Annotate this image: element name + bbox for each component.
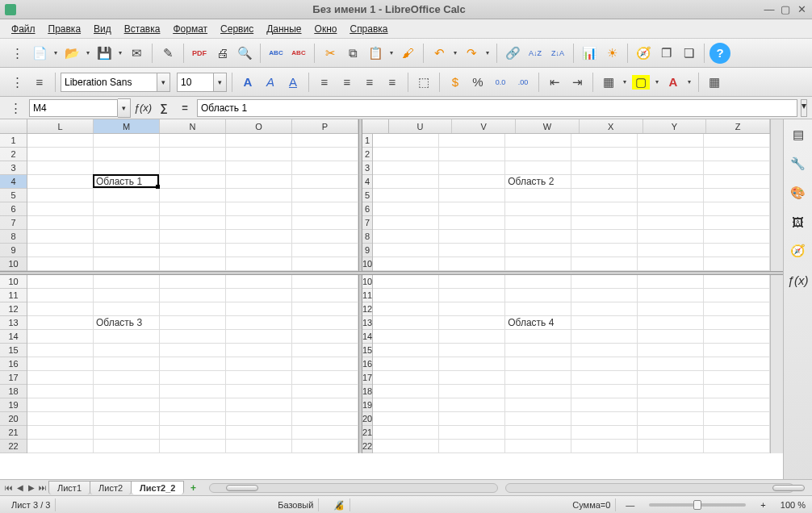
cell[interactable]	[27, 148, 94, 161]
cell[interactable]	[571, 189, 638, 202]
cell[interactable]	[505, 302, 571, 316]
cell[interactable]	[27, 316, 94, 330]
row-header[interactable]: 2	[0, 148, 27, 161]
cell[interactable]	[292, 330, 358, 344]
open-button[interactable]: 📂	[61, 43, 82, 64]
cell[interactable]	[704, 302, 770, 316]
cell[interactable]	[505, 189, 571, 202]
menu-формат[interactable]: Формат	[166, 21, 214, 37]
cell[interactable]	[226, 412, 292, 426]
row-header[interactable]: 9	[362, 244, 372, 257]
cell[interactable]	[571, 275, 638, 289]
cell[interactable]	[94, 302, 160, 316]
row-header[interactable]: 8	[0, 230, 27, 244]
cell[interactable]	[571, 216, 638, 230]
cell[interactable]	[226, 344, 292, 357]
cell[interactable]	[638, 216, 704, 230]
row-header[interactable]: 14	[0, 330, 27, 344]
cell[interactable]	[704, 134, 770, 148]
cell[interactable]	[571, 134, 638, 148]
cell[interactable]	[226, 257, 292, 271]
cell[interactable]	[292, 148, 358, 161]
cell[interactable]	[27, 189, 94, 202]
cell[interactable]	[571, 330, 638, 344]
row-header[interactable]: 18	[362, 385, 372, 398]
cell[interactable]	[27, 202, 94, 216]
row-header[interactable]: 15	[362, 344, 372, 357]
cell[interactable]	[571, 230, 638, 244]
new-button[interactable]: 📄	[29, 43, 50, 64]
cell[interactable]	[571, 398, 638, 412]
cell[interactable]	[27, 440, 94, 453]
percent-button[interactable]: %	[467, 72, 488, 93]
cell[interactable]	[27, 412, 94, 426]
bg-dd[interactable]: ▾	[653, 72, 661, 93]
cell[interactable]	[27, 385, 94, 398]
cell[interactable]	[94, 148, 160, 161]
underline-button[interactable]: A	[283, 72, 303, 93]
zoom-slider[interactable]	[649, 503, 746, 507]
cell[interactable]	[94, 412, 160, 426]
equals-button[interactable]: =	[176, 99, 194, 117]
cell[interactable]	[505, 257, 571, 271]
grid-button[interactable]: ▦	[704, 72, 725, 93]
cell[interactable]	[94, 189, 160, 202]
row-header[interactable]: 3	[362, 161, 372, 175]
cell[interactable]	[94, 440, 160, 453]
cell[interactable]	[704, 426, 770, 440]
cell[interactable]	[160, 440, 226, 453]
cell[interactable]	[226, 398, 292, 412]
cell[interactable]	[373, 344, 439, 357]
tab-last-button[interactable]: ⏭	[37, 482, 48, 494]
cell[interactable]	[292, 216, 358, 230]
menu-правка[interactable]: Правка	[42, 21, 88, 37]
row-header[interactable]: 4	[362, 175, 372, 189]
cell[interactable]	[226, 189, 292, 202]
cell[interactable]	[505, 357, 571, 371]
cell[interactable]	[160, 385, 226, 398]
cell[interactable]	[292, 202, 358, 216]
row-header[interactable]: 12	[362, 302, 372, 316]
cell[interactable]	[373, 175, 439, 189]
borders-dd[interactable]: ▾	[621, 72, 629, 93]
row-header[interactable]: 16	[362, 357, 372, 371]
cell[interactable]	[638, 257, 704, 271]
cell[interactable]	[373, 316, 439, 330]
cell[interactable]	[439, 316, 505, 330]
cell[interactable]	[704, 330, 770, 344]
paste-button[interactable]: 📋	[365, 43, 386, 64]
cell[interactable]	[226, 134, 292, 148]
row-header[interactable]: 19	[362, 398, 372, 412]
cell[interactable]	[704, 161, 770, 175]
cell[interactable]	[160, 289, 226, 302]
row-header[interactable]: 21	[0, 426, 27, 440]
cell[interactable]	[373, 440, 439, 453]
cell[interactable]	[94, 216, 160, 230]
row-header[interactable]: 4	[0, 175, 27, 189]
cell[interactable]	[160, 412, 226, 426]
sidebar-styles-button[interactable]: 🎨	[788, 182, 809, 203]
decrease-indent-button[interactable]: ⇤	[544, 72, 565, 93]
cell[interactable]	[160, 161, 226, 175]
sidebar-menu-button[interactable]: ▤	[788, 124, 809, 145]
function-wizard-button[interactable]: ƒ(x)	[134, 99, 152, 117]
cell[interactable]	[160, 330, 226, 344]
cell[interactable]	[638, 330, 704, 344]
cell[interactable]	[571, 302, 638, 316]
cell[interactable]	[160, 216, 226, 230]
row-header[interactable]: 21	[362, 426, 372, 440]
row-header[interactable]: 2	[362, 148, 372, 161]
row-header[interactable]: 17	[362, 371, 372, 385]
cell[interactable]	[27, 161, 94, 175]
cell[interactable]	[94, 357, 160, 371]
formula-input[interactable]	[197, 99, 797, 117]
sheet-tab[interactable]: Лист2	[90, 481, 132, 494]
row-header[interactable]: 22	[362, 440, 372, 453]
cell[interactable]	[292, 371, 358, 385]
cell[interactable]: Область 1	[94, 175, 160, 189]
cell[interactable]	[638, 412, 704, 426]
cell[interactable]	[292, 230, 358, 244]
col-header[interactable]: O	[226, 119, 292, 133]
email-button[interactable]: ✉	[126, 43, 147, 64]
cell[interactable]	[704, 244, 770, 257]
